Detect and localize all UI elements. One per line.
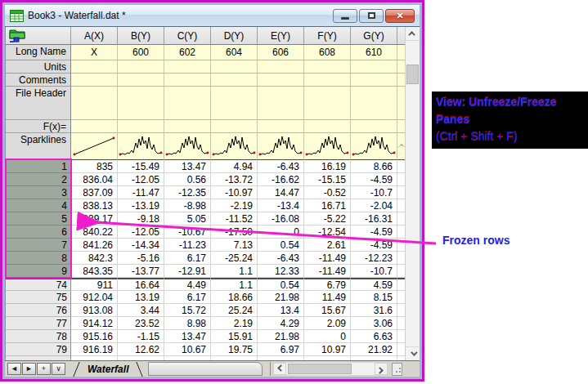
row-header[interactable]: 78 (6, 330, 71, 343)
data-cell[interactable]: 915.16 (71, 330, 118, 343)
header-cell[interactable] (71, 87, 118, 120)
data-cell[interactable]: 10.67 (164, 343, 211, 356)
data-cell[interactable]: -1.15 (118, 330, 164, 343)
data-cell[interactable]: -10.7 (351, 186, 397, 199)
data-cell[interactable]: 0 (258, 225, 304, 239)
data-cell[interactable]: -11.52 (211, 212, 258, 225)
data-cell[interactable]: 2.09 (304, 317, 351, 330)
data-cell[interactable]: 1.1 (211, 278, 258, 291)
data-cell[interactable]: -13.77 (118, 265, 164, 278)
data-cell[interactable]: 6.63 (351, 330, 397, 343)
data-cell[interactable]: 12.33 (258, 265, 304, 278)
header-cell[interactable] (211, 60, 258, 74)
header-cell[interactable] (118, 87, 164, 120)
resize-grip[interactable] (392, 363, 402, 376)
data-cell[interactable]: -15.49 (118, 160, 164, 173)
data-cell[interactable]: -17.50 (211, 225, 258, 239)
data-cell[interactable]: 841.26 (71, 239, 118, 252)
sparkline-cell[interactable] (304, 133, 351, 160)
data-cell[interactable]: 16.64 (118, 278, 164, 291)
header-cell[interactable] (351, 74, 397, 87)
data-cell[interactable]: 1.1 (211, 265, 258, 278)
row-header[interactable]: 79 (6, 343, 71, 356)
data-cell[interactable]: -11.49 (304, 252, 351, 265)
data-cell[interactable]: -10.67 (164, 225, 211, 239)
data-cell[interactable]: 19.75 (211, 343, 258, 356)
data-cell[interactable]: 21.92 (351, 343, 397, 356)
data-cell[interactable]: 10.97 (304, 343, 351, 356)
data-cell[interactable]: -4.59 (351, 225, 397, 239)
data-cell[interactable]: 839.17 (71, 212, 118, 225)
horizontal-scrollbar[interactable] (270, 362, 388, 376)
row-header[interactable]: 9 (6, 265, 71, 278)
minimize-button[interactable] (333, 9, 357, 23)
data-cell[interactable]: 15.91 (211, 330, 258, 343)
data-cell[interactable]: 913.08 (71, 304, 118, 317)
data-cell[interactable]: 16.19 (304, 160, 351, 173)
data-cell[interactable]: 14.47 (258, 186, 304, 199)
sparkline-cell[interactable] (258, 133, 304, 160)
sheet-list-button[interactable]: ∨ (52, 363, 65, 375)
data-cell[interactable]: -4.59 (351, 239, 397, 252)
header-cell[interactable] (164, 87, 211, 120)
data-cell[interactable]: -13.72 (211, 173, 258, 186)
column-header[interactable]: B(Y) (118, 27, 164, 45)
maximize-button[interactable] (359, 9, 384, 23)
data-cell[interactable]: -12.05 (118, 225, 164, 239)
row-label-fx[interactable]: F(x)= (6, 120, 71, 133)
column-header[interactable]: G(Y) (351, 27, 397, 45)
data-cell[interactable]: 6.97 (258, 343, 304, 356)
row-label-spark[interactable]: Sparklines (6, 133, 71, 160)
header-cell[interactable] (71, 120, 118, 133)
row-header[interactable]: 75 (6, 291, 71, 304)
data-cell[interactable]: 842.3 (71, 252, 118, 265)
header-cell[interactable] (211, 74, 258, 87)
row-label-longname[interactable]: Long Name (6, 45, 71, 60)
row-header[interactable]: 74 (6, 278, 71, 291)
data-cell[interactable]: -11.23 (164, 239, 211, 252)
data-cell[interactable]: -2.19 (211, 199, 258, 212)
data-cell[interactable]: 4.49 (164, 278, 211, 291)
data-cell[interactable]: 911 (71, 278, 118, 291)
column-header[interactable]: E(Y) (258, 27, 304, 45)
row-label-fileheader[interactable]: File Header (6, 87, 71, 120)
data-cell[interactable]: 21.98 (258, 330, 304, 343)
header-cell[interactable] (211, 120, 258, 133)
data-cell[interactable]: 838.13 (71, 199, 118, 212)
data-cell[interactable]: 3.44 (118, 304, 164, 317)
data-cell[interactable]: -11.49 (304, 265, 351, 278)
data-cell[interactable]: 2.61 (304, 239, 351, 252)
data-cell[interactable]: -16.31 (351, 212, 397, 225)
header-cell[interactable] (351, 120, 397, 133)
data-cell[interactable]: -12.23 (351, 252, 397, 265)
row-header[interactable]: 77 (6, 317, 71, 330)
sparkline-cell[interactable] (351, 133, 397, 160)
data-cell[interactable]: 13.47 (164, 330, 211, 343)
corner-cell[interactable] (6, 27, 71, 45)
data-cell[interactable]: -10.7 (351, 265, 397, 278)
data-cell[interactable]: -13.19 (118, 199, 164, 212)
column-header[interactable]: D(Y) (211, 27, 258, 45)
data-cell[interactable]: 840.22 (71, 225, 118, 239)
header-cell[interactable]: 604 (211, 45, 258, 60)
sparkline-cell[interactable] (164, 133, 211, 160)
scroll-right-button[interactable] (375, 363, 388, 375)
data-cell[interactable]: 25.24 (211, 304, 258, 317)
row-header[interactable]: 6 (6, 225, 71, 239)
add-sheet-button[interactable]: + (37, 363, 51, 375)
data-cell[interactable]: -6.43 (258, 252, 304, 265)
header-cell[interactable] (351, 60, 397, 74)
data-cell[interactable]: 2.19 (211, 317, 258, 330)
data-cell[interactable]: -9.18 (118, 212, 164, 225)
header-cell[interactable]: 610 (351, 45, 397, 60)
data-cell[interactable]: 0.56 (164, 173, 211, 186)
row-header[interactable]: 1 (6, 160, 71, 173)
data-cell[interactable]: -15.15 (304, 173, 351, 186)
header-cell[interactable] (164, 60, 211, 74)
header-cell[interactable] (304, 74, 351, 87)
data-cell[interactable]: -10.97 (211, 186, 258, 199)
header-cell[interactable] (258, 74, 304, 87)
data-cell[interactable]: -11.47 (118, 186, 164, 199)
data-cell[interactable]: 12.62 (118, 343, 164, 356)
column-header[interactable]: C(Y) (164, 27, 211, 45)
